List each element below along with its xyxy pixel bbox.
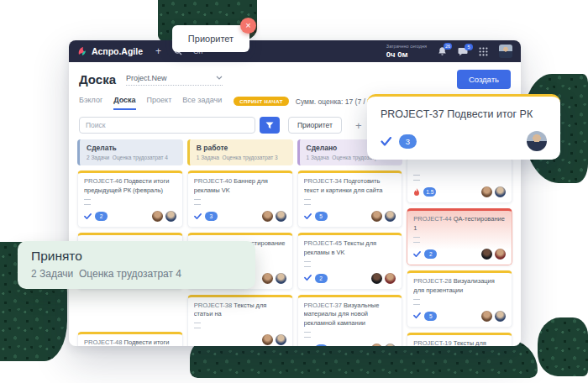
close-icon[interactable]: × [240,18,256,34]
estimate-badge: 5 [424,312,437,321]
task-card[interactable]: PROJECT-37 Визуальные материалы для ново… [297,295,403,347]
avatar [481,249,492,260]
assignees [479,186,506,197]
task-title: PROJECT-37 Визуальные материалы для ново… [304,302,396,329]
assignees [150,211,176,222]
column-title: Сделать [87,144,176,152]
task-card[interactable]: PROJECT-44 QA-тестирование 12 [407,208,512,265]
estimate-badge: 3 [399,134,417,149]
task-id: PROJECT-38 [194,302,234,309]
avatar [481,311,492,322]
grid-icon [479,47,488,56]
project-selector[interactable]: Project.New [126,74,223,86]
task-card[interactable]: PROJECT-40 Баннер для рекламы VK3 [187,171,293,228]
description-icon [304,199,311,205]
task-title: PROJECT-44 QA-тестирование 1 [413,215,506,233]
task-card-footer: 5 [413,311,506,322]
tab-бэклог[interactable]: Бэклог [79,96,102,110]
estimate-badge: 2 [315,274,328,283]
task-id: PROJECT-46 [84,177,124,185]
tabs: БэклогДоскаПроектВсе задачи [79,96,222,110]
assignees [260,211,286,222]
top-navbar: Аспро.Agile + Сп Затрачено сегодня 0ч 0м… [69,40,521,62]
check-icon [381,137,392,146]
tab-все-задачи[interactable]: Все задачи [182,96,222,110]
avatar [527,131,547,151]
task-card[interactable]: PROJECT-28 Визуализация для презентации5 [407,270,512,328]
priority-filter-chip[interactable]: Приоритет [288,117,342,134]
check-icon [84,213,92,219]
tab-доска[interactable]: Доска [113,96,135,110]
task-title: PROJECT-48 Подвести итоги РК [84,338,176,347]
notifications-button[interactable]: 26 [438,46,447,56]
task-title: PROJECT-45 Тексты для рекламы в VK [304,239,396,258]
assignees [479,311,506,322]
assignees [369,273,396,284]
task-card[interactable]: 1.5 [407,156,512,203]
check-icon [413,312,421,318]
avatar [371,344,382,346]
time-spent-label: Затрачено сегодня [386,44,427,50]
create-button[interactable]: Создать [457,70,511,89]
time-tracker: Затрачено сегодня 0ч 0м [386,44,427,60]
column-title: В работе [197,144,286,152]
avatar [262,273,273,284]
task-id: PROJECT-45 [304,239,344,247]
apps-grid-button[interactable] [479,47,488,56]
description-icon [194,323,201,328]
navbar-right: Затрачено сегодня 0ч 0м 26 5 [386,44,512,60]
column-callout: Принято 2 Задачи Оценка трудозатрат 4 [18,241,255,289]
description-icon [304,261,311,267]
task-card[interactable]: PROJECT-46 Подвести итоги предыдущей РК … [77,171,183,228]
check-icon [413,251,421,257]
app-logo: Аспро.Agile [77,46,143,56]
add-icon[interactable]: + [155,46,161,56]
task-card[interactable]: PROJECT-48 Подвести итоги РК2 [77,332,183,347]
app-window: Аспро.Agile + Сп Затрачено сегодня 0ч 0м… [69,40,521,346]
task-card[interactable]: PROJECT-45 Тексты для рекламы в VK2 [297,233,403,290]
page-title: Доска [79,72,116,87]
estimate-badge: 2 [95,212,108,221]
notifications-count: 26 [444,43,452,50]
task-title: PROJECT-46 Подвести итоги предыдущей РК … [84,177,176,196]
avatar [262,334,273,345]
avatar [371,273,382,284]
task-title: PROJECT-34 Подготовить текст и картинки … [304,177,396,196]
avatar [495,311,506,322]
task-card-overlay[interactable]: PROJECT-37 Подвести итог РК 3 [367,94,560,160]
task-card[interactable]: PROJECT-38 Тексты для статьи на [187,295,293,347]
avatar [276,334,286,345]
task-card-footer [194,334,286,345]
add-filter-button[interactable]: + [350,119,367,132]
sprint-status-badge: СПРИНТ НАЧАТ [234,97,289,106]
assignees [479,249,506,260]
task-card-footer: 1.5 [413,186,506,197]
task-id: PROJECT-40 [194,177,234,185]
task-card-footer: 3 [381,131,547,151]
tab-проект[interactable]: Проект [147,96,172,110]
task-card-footer: 5 [304,211,396,222]
task-id: PROJECT-37 [304,302,344,309]
task-card[interactable]: PROJECT-34 Подготовить текст и картинки … [297,171,403,228]
estimate-badge: 5 [315,212,328,221]
avatar [276,211,286,222]
column-header: В работе1 Задача Оценка трудозатрат 3 [187,139,293,165]
assignees [260,334,286,345]
description-icon [413,175,420,181]
estimate-badge: 5 [315,344,328,346]
task-title: PROJECT-40 Баннер для рекламы VK [194,177,286,196]
tooltip-label: Приоритет [188,34,234,44]
task-id: PROJECT-48 [84,338,124,346]
search-input[interactable] [79,117,255,134]
chevron-down-icon [216,76,223,80]
task-card-footer: 3 [194,211,286,222]
task-card[interactable]: PROJECT-19 Тексты для рекламы VK5 [407,333,512,347]
filter-button[interactable] [260,117,280,134]
description-icon [413,237,420,243]
app-name: Аспро.Agile [92,46,143,56]
user-avatar[interactable] [499,45,512,58]
avatar [152,211,163,222]
avatar [385,211,396,222]
check-icon [304,275,312,281]
messages-button[interactable]: 5 [458,47,468,56]
